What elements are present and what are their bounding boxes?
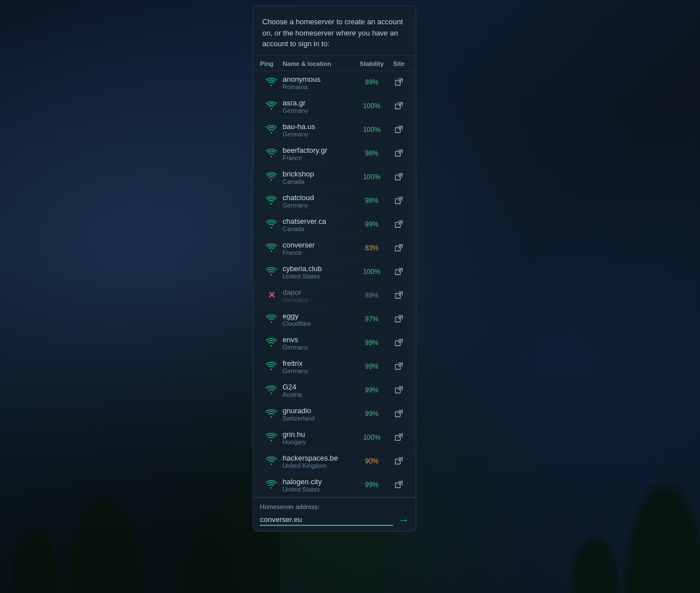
server-location: Austria bbox=[283, 391, 355, 398]
table-row[interactable]: G24 Austria 99% bbox=[253, 379, 416, 402]
wifi-icon bbox=[266, 101, 277, 110]
ping-cell bbox=[260, 315, 283, 324]
ping-cell bbox=[260, 220, 283, 229]
site-link[interactable] bbox=[389, 481, 409, 489]
name-cell: bau-ha.us Germany bbox=[283, 122, 355, 138]
server-location: France bbox=[283, 154, 355, 161]
table-row[interactable]: hackerspaces.be United Kingdom 90% bbox=[253, 450, 416, 473]
table-row[interactable]: grin.hu Hungary 100% bbox=[253, 426, 416, 450]
ping-cell bbox=[260, 196, 283, 205]
table-row[interactable]: chatserver.ca Canada 99% bbox=[253, 213, 416, 237]
site-link[interactable] bbox=[389, 78, 409, 86]
name-cell: eggy Cloudflare bbox=[283, 312, 355, 327]
server-location: Hungary bbox=[283, 439, 355, 445]
name-cell: dapor Germany bbox=[283, 288, 355, 303]
table-row[interactable]: freitrix Germany 99% bbox=[253, 355, 416, 379]
site-link[interactable] bbox=[389, 173, 409, 181]
wifi-icon bbox=[266, 196, 277, 205]
homeserver-address-input[interactable] bbox=[260, 514, 393, 526]
site-link[interactable] bbox=[389, 457, 409, 465]
panel-header: Choose a homeserver to create an account… bbox=[253, 6, 416, 56]
site-link[interactable] bbox=[389, 220, 409, 228]
stability-cell: 100% bbox=[355, 433, 389, 441]
stability-cell: 100% bbox=[355, 268, 389, 276]
server-location: Canada bbox=[283, 178, 355, 185]
table-row[interactable]: ✕ dapor Germany 89% bbox=[253, 284, 416, 308]
table-row[interactable]: chatcloud Germany 98% bbox=[253, 189, 416, 213]
server-name: halogen.city bbox=[283, 477, 355, 486]
site-link[interactable] bbox=[389, 339, 409, 347]
site-link[interactable] bbox=[389, 362, 409, 370]
ping-cell bbox=[260, 267, 283, 276]
table-row[interactable]: brickshop Canada 100% bbox=[253, 166, 416, 189]
server-name: envs bbox=[283, 335, 355, 344]
stability-cell: 99% bbox=[355, 481, 389, 489]
table-row[interactable]: cyberia.club United States 100% bbox=[253, 260, 416, 284]
site-link[interactable] bbox=[389, 149, 409, 157]
name-cell: envs Germany bbox=[283, 335, 355, 351]
wifi-icon bbox=[266, 125, 277, 134]
ping-cell bbox=[260, 78, 283, 87]
server-location: Germany bbox=[283, 131, 355, 138]
server-list: anonymous Romania 99% asra.gr Germany 10… bbox=[253, 71, 416, 497]
table-row[interactable]: eggy Cloudflare 97% bbox=[253, 308, 416, 331]
stability-cell: 98% bbox=[355, 149, 389, 157]
server-location: Switzerland bbox=[283, 415, 355, 422]
ping-cell bbox=[260, 125, 283, 134]
name-cell: converser France bbox=[283, 241, 355, 256]
site-link[interactable] bbox=[389, 102, 409, 110]
site-link[interactable] bbox=[389, 126, 409, 134]
stability-cell: 99% bbox=[355, 386, 389, 394]
stability-cell: 83% bbox=[355, 244, 389, 252]
server-name: asra.gr bbox=[283, 99, 355, 107]
server-location: Germany bbox=[283, 296, 355, 303]
server-name: eggy bbox=[283, 312, 355, 320]
ping-cell bbox=[260, 244, 283, 253]
site-link[interactable] bbox=[389, 244, 409, 252]
homeserver-panel: Choose a homeserver to create an account… bbox=[253, 6, 416, 532]
site-link[interactable] bbox=[389, 197, 409, 205]
stability-cell: 99% bbox=[355, 339, 389, 347]
ping-cell bbox=[260, 409, 283, 418]
server-name: dapor bbox=[283, 288, 355, 296]
server-name: chatserver.ca bbox=[283, 217, 355, 225]
footer: Homeserver address: → bbox=[253, 497, 416, 531]
site-link[interactable] bbox=[389, 410, 409, 418]
table-row[interactable]: gnuradio Switzerland 99% bbox=[253, 402, 416, 426]
ping-cell bbox=[260, 101, 283, 110]
server-location: France bbox=[283, 249, 355, 256]
name-cell: chatserver.ca Canada bbox=[283, 217, 355, 232]
footer-label: Homeserver address: bbox=[260, 503, 409, 510]
table-row[interactable]: bau-ha.us Germany 100% bbox=[253, 118, 416, 142]
site-link[interactable] bbox=[389, 386, 409, 394]
name-cell: gnuradio Switzerland bbox=[283, 406, 355, 422]
server-name: beerfactory.gr bbox=[283, 146, 355, 154]
site-link[interactable] bbox=[389, 315, 409, 323]
name-cell: asra.gr Germany bbox=[283, 99, 355, 114]
submit-arrow[interactable]: → bbox=[398, 514, 409, 526]
name-cell: chatcloud Germany bbox=[283, 193, 355, 209]
site-link[interactable] bbox=[389, 291, 409, 299]
wifi-icon bbox=[266, 338, 277, 347]
ping-cell bbox=[260, 172, 283, 182]
panel-description: Choose a homeserver to create an account… bbox=[262, 17, 403, 48]
server-name: gnuradio bbox=[283, 406, 355, 415]
server-location: Germany bbox=[283, 368, 355, 374]
table-row[interactable]: anonymous Romania 99% bbox=[253, 71, 416, 95]
server-location: Germany bbox=[283, 344, 355, 351]
wifi-icon bbox=[266, 78, 277, 87]
server-location: Germany bbox=[283, 202, 355, 209]
site-link[interactable] bbox=[389, 433, 409, 441]
site-link[interactable] bbox=[389, 268, 409, 276]
table-row[interactable]: envs Germany 99% bbox=[253, 331, 416, 355]
name-cell: brickshop Canada bbox=[283, 170, 355, 185]
table-row[interactable]: halogen.city United States 99% bbox=[253, 473, 416, 497]
col-name: Name & location bbox=[283, 60, 355, 67]
table-row[interactable]: asra.gr Germany 100% bbox=[253, 95, 416, 118]
table-row[interactable]: beerfactory.gr France 98% bbox=[253, 142, 416, 166]
server-name: anonymous bbox=[283, 75, 355, 83]
name-cell: grin.hu Hungary bbox=[283, 430, 355, 445]
server-name: brickshop bbox=[283, 170, 355, 178]
stability-cell: 100% bbox=[355, 173, 389, 181]
table-row[interactable]: converser France 83% bbox=[253, 237, 416, 260]
